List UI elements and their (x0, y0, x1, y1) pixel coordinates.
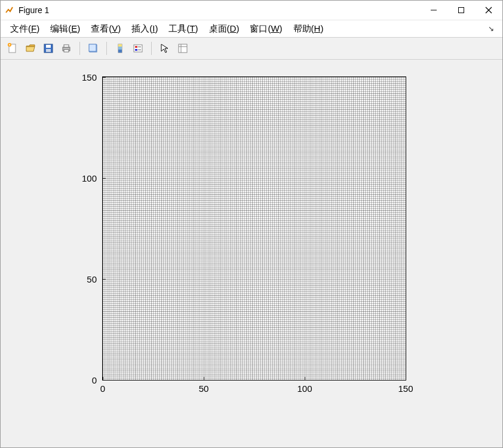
menu-desktop[interactable]: 桌面(D) (204, 22, 244, 36)
toolbar-separator (79, 42, 80, 55)
minimize-button[interactable] (420, 1, 447, 20)
figure-canvas: 0 50 100 150 0 50 100 150 (1, 60, 502, 447)
svg-rect-19 (134, 45, 142, 52)
insert-colorbar-button[interactable] (112, 40, 128, 57)
figure-window: Figure 1 文件(F) 编辑(E) 查看(V) 插入(I) 工具(T) 桌… (0, 0, 503, 448)
svg-rect-11 (64, 45, 69, 47)
menu-help[interactable]: 帮助(H) (289, 22, 329, 36)
x-tick-label: 150 (398, 380, 413, 394)
svg-rect-20 (135, 46, 137, 48)
svg-rect-17 (118, 47, 122, 50)
property-editor-button[interactable] (174, 40, 191, 57)
menu-insert[interactable]: 插入(I) (127, 22, 162, 36)
window-title: Figure 1 (19, 5, 49, 15)
figure-toolbar (1, 37, 502, 60)
x-tick-label: 50 (199, 380, 209, 394)
insert-legend-button[interactable] (130, 40, 146, 57)
svg-rect-14 (89, 44, 96, 51)
svg-rect-21 (135, 49, 137, 51)
maximize-button[interactable] (447, 1, 475, 20)
svg-rect-27 (103, 77, 406, 380)
edit-plot-button[interactable] (157, 40, 173, 57)
y-tick-label: 50 (87, 274, 103, 284)
svg-rect-2 (459, 8, 464, 13)
title-bar: Figure 1 (1, 1, 502, 20)
y-tick-label: 150 (82, 72, 103, 82)
toolbar-separator (106, 42, 107, 55)
svg-rect-12 (64, 50, 69, 52)
svg-rect-16 (118, 44, 122, 47)
y-tick-label: 100 (82, 173, 103, 183)
axes[interactable]: 0 50 100 150 0 50 100 150 (102, 76, 406, 381)
x-tick-label: 100 (297, 380, 312, 394)
svg-rect-9 (46, 49, 51, 52)
svg-rect-18 (118, 50, 122, 53)
menu-window[interactable]: 窗口(W) (245, 22, 287, 36)
link-plot-button[interactable] (85, 40, 102, 57)
close-button[interactable] (475, 1, 502, 20)
menu-edit[interactable]: 编辑(E) (45, 22, 85, 36)
print-button[interactable] (58, 40, 75, 57)
save-button[interactable] (40, 40, 57, 57)
svg-rect-8 (46, 45, 51, 48)
toolbar-dropdown-icon[interactable]: ↘ (488, 24, 494, 33)
mesh-grid (103, 77, 406, 380)
menu-bar: 文件(F) 编辑(E) 查看(V) 插入(I) 工具(T) 桌面(D) 窗口(W… (1, 20, 502, 37)
menu-view[interactable]: 查看(V) (86, 22, 125, 36)
toolbar-separator (151, 42, 152, 55)
svg-rect-24 (179, 44, 187, 53)
open-button[interactable] (22, 40, 39, 57)
matlab-icon (4, 5, 15, 16)
x-tick-label: 0 (100, 380, 105, 394)
menu-tools[interactable]: 工具(T) (164, 22, 203, 36)
new-figure-button[interactable] (4, 40, 21, 57)
menu-file[interactable]: 文件(F) (5, 22, 44, 36)
